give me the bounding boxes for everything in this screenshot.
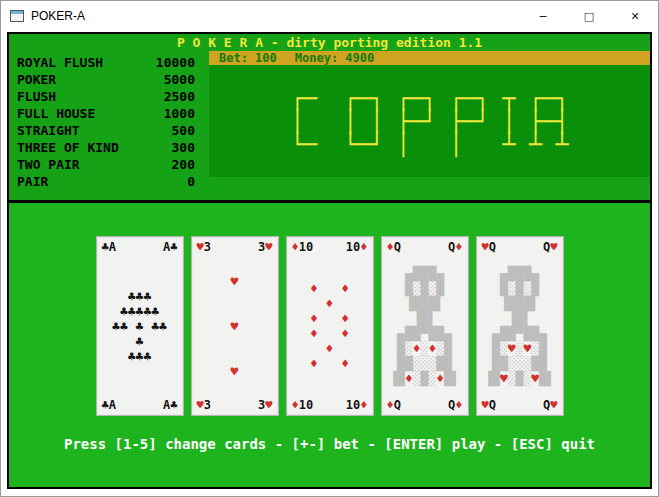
card-art-line: █░♦░♦░█ [389, 341, 459, 356]
minimize-button[interactable]: ─ [520, 1, 566, 31]
card-corner-tl: ♦Q [387, 240, 401, 254]
card-corner-br: 3♥ [258, 398, 272, 412]
card-art-line: █░♥░♥░█ [484, 341, 554, 356]
paytable-hand-name: TWO PAIR [17, 156, 80, 173]
card-corner-br: Q♥ [543, 398, 557, 412]
card-ten-of-diamonds[interactable]: ♦1010♦♦1010♦♦ ♦ ♦ ♦ ♦♦ ♦ ♦ ♦ ♦ [286, 236, 374, 416]
paytable: ROYAL FLUSH10000POKER5000FLUSH2500FULL H… [9, 51, 209, 200]
card-art-line: ▄███▄ [484, 266, 554, 281]
card-corner-bl: ♦10 [292, 398, 314, 412]
card-corner-tr: 3♥ [258, 240, 272, 254]
paytable-hand-value: 5000 [164, 71, 195, 88]
paytable-hand-value: 500 [172, 122, 195, 139]
window-client-area: P O K E R A - dirty porting edition 1.1 … [1, 31, 658, 496]
maximize-button[interactable]: □ [566, 1, 612, 31]
card-three-of-hearts[interactable]: ♥33♥♥33♥ ♥ ♥ ♥ [191, 236, 279, 416]
window-title: POKER-A [31, 9, 85, 23]
card-corner-br: 10♦ [346, 398, 368, 412]
paytable-hand-name: STRAIGHT [17, 122, 80, 139]
paytable-hand-value: 1000 [164, 105, 195, 122]
card-art-line: █░█░█ [389, 281, 459, 296]
paytable-hand-value: 0 [187, 173, 195, 190]
app-window: POKER-A ─ □ ✕ P O K E R A - dirty portin… [0, 0, 659, 497]
card-corner-bl: ♣A [102, 398, 116, 412]
card-art-line: ██░░░██ [484, 356, 554, 371]
paytable-row: THREE OF KIND300 [17, 139, 195, 156]
card-art-line: ▄███▄ [389, 266, 459, 281]
card-art-line: ▐███▌ [484, 296, 554, 311]
card-art-line: ▐█♥░█░♥█▌ [484, 371, 554, 386]
card-queen-of-diamonds[interactable]: ♦QQ♦♦QQ♦ ▄███▄ █░█░█ ▐███▌ ▐█▌ ▄██▀██▄ █… [381, 236, 469, 416]
card-pip-art: ▄███▄ █░█░█ ▐███▌ ▐█▌ ▄██▀██▄ █░♦░♦░█ ██… [382, 257, 468, 395]
money-value: Money: 4900 [295, 51, 374, 65]
game-title: P O K E R A - dirty porting edition 1.1 [9, 34, 650, 51]
paytable-hand-name: ROYAL FLUSH [17, 54, 103, 71]
card-corner-tl: ♦10 [292, 240, 314, 254]
card-art-line: ♦ ♦ [310, 356, 349, 371]
paytable-hand-name: POKER [17, 71, 56, 88]
instructions: Press [1-5] change cards - [+-] bet - [E… [64, 436, 595, 452]
card-pip-art: ♣♣♣ ♣♣♣♣♣ ♣♣ ♣ ♣♣ ♣ ♣♣♣ [97, 257, 183, 395]
card-corner-tr: 10♦ [346, 240, 368, 254]
paytable-hand-name: THREE OF KIND [17, 139, 119, 156]
card-art-line: ♦ [310, 296, 349, 311]
card-corner-bl: ♥Q [482, 398, 496, 412]
paytable-row: TWO PAIR200 [17, 156, 195, 173]
card-art-line: ♣♣♣♣♣ [112, 304, 167, 319]
paytable-row: FULL HOUSE1000 [17, 105, 195, 122]
hand-result-box: ┌─ ┌─┐ ┌─┐ ┌─┐ ┬ ┌─┐│ │ │ ├─┘ ├─┘ │ ├─┤└… [209, 65, 650, 177]
card-pip-art: ▄███▄ █░█░█ ▐███▌ ▐█▌ ▄██▀██▄ █░♥░♥░█ ██… [477, 257, 563, 395]
hand-result-art: ┌─ ┌─┐ ┌─┐ ┌─┐ ┬ ┌─┐│ │ │ ├─┘ ├─┘ │ ├─┤└… [290, 87, 568, 156]
paytable-row: POKER5000 [17, 71, 195, 88]
card-art-line: ♣♣ ♣ ♣♣ [112, 319, 167, 334]
top-section: ROYAL FLUSH10000POKER5000FLUSH2500FULL H… [9, 51, 650, 203]
right-column: Bet: 100 Money: 4900 ┌─ ┌─┐ ┌─┐ ┌─┐ ┬ ┌─… [209, 51, 650, 200]
card-table: ♣AA♣♣AA♣ ♣♣♣ ♣♣♣♣♣ ♣♣ ♣ ♣♣ ♣ ♣♣♣ ♥33♥♥33… [9, 203, 650, 487]
window-controls: ─ □ ✕ [520, 1, 658, 31]
card-ace-of-clubs[interactable]: ♣AA♣♣AA♣ ♣♣♣ ♣♣♣♣♣ ♣♣ ♣ ♣♣ ♣ ♣♣♣ [96, 236, 184, 416]
hand-result-art-line: └─ └─┘ │ │ ┴ ┴ ┴ [290, 133, 568, 156]
paytable-hand-value: 2500 [164, 88, 195, 105]
paytable-row: PAIR0 [17, 173, 195, 190]
paytable-row: STRAIGHT500 [17, 122, 195, 139]
card-queen-of-hearts[interactable]: ♥QQ♥♥QQ♥ ▄███▄ █░█░█ ▐███▌ ▐█▌ ▄██▀██▄ █… [476, 236, 564, 416]
game-screen: P O K E R A - dirty porting edition 1.1 … [7, 32, 652, 489]
paytable-hand-name: FLUSH [17, 88, 56, 105]
card-corner-tl: ♣A [102, 240, 116, 254]
card-art-line: █░█░█ [484, 281, 554, 296]
card-art-line: ▐█▌ [484, 311, 554, 326]
status-bar: Bet: 100 Money: 4900 [209, 51, 650, 65]
hand-result-art-line: ┌─ ┌─┐ ┌─┐ ┌─┐ ┬ ┌─┐ [290, 87, 568, 110]
card-corner-br: Q♦ [448, 398, 462, 412]
bet-value: Bet: 100 [219, 51, 277, 65]
paytable-hand-name: PAIR [17, 173, 48, 190]
card-corner-tl: ♥3 [197, 240, 211, 254]
paytable-hand-value: 300 [172, 139, 195, 156]
card-pip-art: ♦ ♦ ♦ ♦ ♦♦ ♦ ♦ ♦ ♦ [287, 257, 373, 395]
paytable-hand-value: 200 [172, 156, 195, 173]
card-art-line: ▐███▌ [389, 296, 459, 311]
card-corner-tl: ♥Q [482, 240, 496, 254]
card-art-line: ♦ ♦ [310, 281, 349, 296]
titlebar[interactable]: POKER-A ─ □ ✕ [1, 1, 658, 31]
card-art-line: ♣ [112, 334, 167, 349]
card-corner-tr: A♣ [163, 240, 177, 254]
card-art-line: ▐█▌ [389, 311, 459, 326]
card-pip-art: ♥ ♥ ♥ [192, 257, 278, 395]
card-art-line: ♣♣♣ [112, 289, 167, 304]
card-corner-bl: ♥3 [197, 398, 211, 412]
card-corner-tr: Q♦ [448, 240, 462, 254]
card-corner-bl: ♦Q [387, 398, 401, 412]
card-art-line: ▄██▀██▄ [484, 326, 554, 341]
paytable-row: FLUSH2500 [17, 88, 195, 105]
card-art-line: ♥ [215, 319, 254, 334]
close-button[interactable]: ✕ [612, 1, 658, 31]
card-art-line: ▄██▀██▄ [389, 326, 459, 341]
card-art-line: ♥ [215, 274, 254, 289]
card-art-line: ██░░░██ [389, 356, 459, 371]
card-art-line: ♦ ♦ [310, 326, 349, 341]
card-art-line: ▐█♦░█░♦█▌ [389, 371, 459, 386]
paytable-row: ROYAL FLUSH10000 [17, 54, 195, 71]
paytable-hand-name: FULL HOUSE [17, 105, 95, 122]
card-corner-br: A♣ [163, 398, 177, 412]
